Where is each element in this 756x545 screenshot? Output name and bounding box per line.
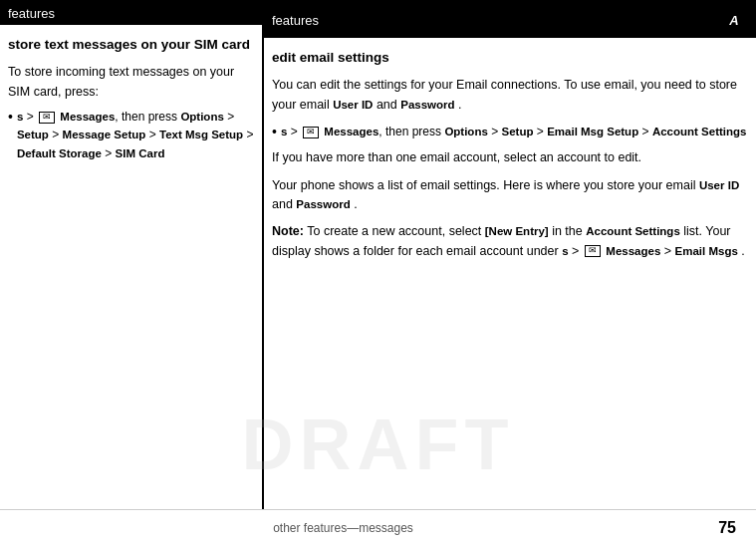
left-setup: Setup [17, 129, 49, 140]
right-sym: s [281, 126, 287, 137]
accessibility-icon: A [720, 6, 748, 34]
right-bullet-line: • s > ✉ Messages, then press Options > S… [272, 123, 748, 140]
right-header-label: features [272, 13, 319, 28]
left-sym: s [17, 111, 23, 123]
note-gt2: > [664, 244, 675, 258]
note-acct-settings: Account Settings [586, 225, 680, 237]
bullet-symbol-right: • [272, 123, 277, 140]
right-panel-header: features A [264, 2, 756, 38]
right-para1-and: and [377, 98, 400, 112]
bullet-symbol-left: • [8, 108, 13, 126]
left-instruction: To store incoming text messages on your … [8, 63, 254, 162]
left-gt3: > [52, 128, 62, 141]
note-email-msgs: Email Msgs [675, 245, 738, 257]
page-container: features store text messages on your SIM… [0, 0, 756, 545]
left-default-storage: Default Storage [17, 147, 102, 159]
right-panel-title: edit email settings [272, 48, 748, 68]
left-gt6: > [105, 146, 115, 160]
right-bullet-content: s > ✉ Messages, then press Options > Set… [281, 123, 747, 140]
right-messages: Messages, then press [324, 125, 444, 138]
note-messages: Messages [606, 244, 660, 258]
page-number: 75 [706, 519, 736, 537]
right-gt2: > [491, 125, 501, 138]
right-para1-period: . [458, 98, 461, 112]
right-email-setup: Email Msg Setup [547, 126, 638, 137]
right-options: Options [444, 126, 487, 137]
left-text-msg: Text Msg Setup [159, 129, 243, 140]
left-header-label: features [8, 6, 55, 21]
right-gt3: > [537, 125, 547, 138]
note-period: . [741, 244, 744, 258]
right-user-id: User ID [333, 99, 373, 111]
left-panel: features store text messages on your SIM… [0, 2, 264, 509]
left-gt5: > [246, 128, 253, 141]
messages-icon-right: ✉ [303, 127, 319, 138]
left-bullet-content: s > ✉ Messages, then press Options > Set… [17, 108, 254, 162]
right-para3-text: Your phone shows a list of email setting… [272, 178, 699, 192]
left-gt4: > [149, 128, 159, 141]
left-gt1: > [27, 110, 37, 124]
right-password: Password [400, 99, 454, 111]
right-panel: features A edit email settings You can e… [264, 2, 756, 509]
note-in: in the [552, 224, 586, 238]
note-new-entry: [New Entry] [485, 225, 549, 237]
right-para2-text: If you have more than one email account,… [272, 150, 641, 164]
right-para3-uid: User ID [699, 179, 739, 191]
note-label: Note: [272, 224, 304, 238]
right-para2: If you have more than one email account,… [272, 148, 748, 167]
left-panel-body: store text messages on your SIM card To … [0, 25, 262, 509]
right-para1: You can edit the settings for your Email… [272, 76, 748, 115]
note-text1: To create a new account, select [307, 224, 485, 238]
left-body1: To store incoming text messages on your … [8, 65, 234, 98]
left-bullet-line: • s > ✉ Messages, then press Options > S… [8, 108, 254, 162]
footer-center-text: other features—messages [20, 521, 666, 535]
messages-icon-note: ✉ [585, 245, 601, 257]
left-sim-card: SIM Card [116, 147, 165, 159]
right-acct-settings: Account Settings [652, 126, 747, 137]
left-msg-setup: Message Setup [63, 129, 146, 140]
right-gt1: > [291, 125, 301, 138]
right-setup: Setup [502, 126, 534, 137]
note-sym: s [562, 245, 568, 257]
right-gt4: > [642, 125, 652, 138]
right-para3-and: and [272, 197, 296, 211]
right-para3-period: . [354, 197, 357, 211]
messages-icon-left: ✉ [39, 112, 55, 124]
right-panel-body: edit email settings You can edit the set… [264, 38, 756, 509]
content-area: features store text messages on your SIM… [0, 0, 756, 509]
left-panel-title: store text messages on your SIM card [8, 35, 254, 55]
left-panel-header: features [0, 2, 262, 25]
page-footer: other features—messages 75 [0, 509, 756, 545]
left-options: Options [180, 111, 223, 123]
right-note: Note: To create a new account, select [N… [272, 222, 748, 261]
right-para3: Your phone shows a list of email setting… [272, 176, 748, 215]
left-gt2: > [227, 110, 234, 124]
right-para3-pass: Password [296, 198, 350, 210]
left-messages: Messages, then press [60, 110, 180, 124]
note-gt1: > [572, 244, 583, 258]
